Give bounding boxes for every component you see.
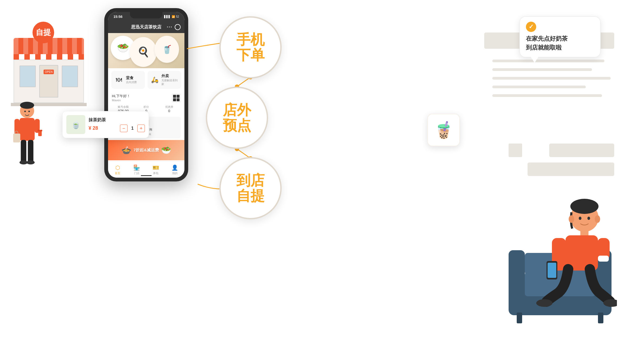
product-name: 抹茶奶茶 [89,117,145,123]
svg-rect-12 [13,134,20,142]
home-nav-label: 首页 [115,171,120,175]
svg-point-39 [569,215,574,223]
me-nav-label: 我的 [172,171,178,175]
wifi-icon: 📶 [172,15,175,18]
delivery-subtitle: 无接触送喜到家 [161,79,178,86]
store-nav-icon: 🏪 [133,164,140,171]
dine-in-title: 堂食 [126,76,137,80]
signal-icon: ▋▋▋ [164,15,171,18]
svg-point-10 [19,160,28,164]
person-left-illustration [11,101,43,177]
store-illustration: 自提 OPEN [5,22,92,106]
quantity-control: − 1 + [120,125,145,132]
store-door: OPEN [39,65,58,97]
svg-point-13 [24,110,26,112]
phone-outer-frame: 15:56 ▋▋▋ 📶 52 思迅天店茶饮店 ··· 🥗 🍳 [104,8,188,181]
svg-point-14 [28,110,30,112]
svg-rect-20 [509,250,525,294]
right-illustration: ✓ 在家先点好奶茶 到店就能取啦 🧋 [400,0,644,345]
svg-point-1 [20,102,34,109]
coupon-label: 优惠券 [158,105,181,109]
promo-food-icon2: 🥗 [161,145,171,155]
bubble-tail [531,57,538,63]
product-card-overlay: 🍵 抹茶奶茶 ¥ 28 − 1 + [62,111,149,138]
svg-point-38 [587,217,590,220]
svg-rect-2 [19,118,35,141]
qty-decrease-button[interactable]: − [120,125,128,132]
bg-line-4 [492,86,586,88]
bubble-checkmark-icon: ✓ [526,22,536,32]
speech-bubble: ✓ 在家先点好奶茶 到店就能取啦 [519,16,601,57]
bg-line-2 [492,68,592,71]
circle-outside-order: 店外 预点 [206,87,268,149]
sitting-person-illustration [503,174,617,331]
status-time: 15:56 [113,15,122,19]
store-nav-label: 门店 [134,171,139,175]
bg-line-1 [492,60,604,62]
greeting-text: Hi,下午好！ [112,94,130,99]
coupon-value: 0 [158,109,181,113]
food-plate-2: 🍳 [130,37,157,67]
nav-bag[interactable]: 🎫 券包 [146,164,165,175]
qr-code-icon[interactable] [172,94,181,102]
status-icons: ▋▋▋ 📶 52 [164,15,179,18]
svg-rect-25 [598,313,603,323]
nav-home[interactable]: ⬡ 首页 [108,164,127,175]
greeting-section: Hi,下午好！ Maven [108,92,184,104]
bg-line-5 [492,94,602,97]
circle-pickup: 到店 自提 [219,157,282,219]
drink-icon-card: 🧋 [427,114,460,146]
svg-point-27 [570,199,599,214]
svg-rect-34 [598,256,609,262]
coupon-stat: 优惠券 0 [158,105,181,113]
dine-in-icon: 🍽 [114,75,124,85]
svg-point-11 [27,160,35,164]
qty-number: 1 [130,126,135,131]
qr-scan-icon[interactable] [175,24,181,30]
delivery-card[interactable]: 🛵 外卖 无接触送喜到家 [148,71,181,89]
circle-mobile-order: 手机 下单 [219,16,282,79]
circle-outside-order-label: 店外 预点 [223,102,251,133]
bg-small-rect [509,144,522,157]
self-pickup-label: 自提 [32,22,54,43]
circle-mobile-order-label: 手机 下单 [236,32,265,63]
food-plate-3: 🥤 [155,36,179,63]
app-header: 思迅天店茶饮店 ··· [108,21,184,33]
promo-text: 7折起&减运费 [134,148,159,153]
phone-screen: 15:56 ▋▋▋ 📶 52 思迅天店茶饮店 ··· 🥗 🍳 [108,12,184,178]
battery-indicator: 52 [176,15,179,18]
bg-decorative-lines [492,60,617,103]
store-front: OPEN [14,60,84,103]
circle-pickup-label: 到店 自提 [236,173,265,204]
nav-indicator [141,175,152,176]
svg-rect-32 [548,263,556,278]
promo-food-icon: 🍲 [121,145,131,155]
bag-nav-icon: 🎫 [152,164,159,171]
bg-rect-mid [549,144,614,157]
svg-point-40 [595,215,600,223]
bag-nav-label: 券包 [153,171,158,175]
bubble-text: 在家先点好奶茶 到店就能取啦 [526,34,594,52]
phone-mockup: 15:56 ▋▋▋ 📶 52 思迅天店茶饮店 ··· 🥗 🍳 [100,8,192,181]
drink-icon: 🧋 [434,121,454,140]
bottom-navigation: ⬡ 首页 🏪 门店 🎫 券包 👤 我的 [108,161,184,178]
points-label: 积分 [135,105,158,109]
app-title: 思迅天店茶饮店 [131,24,161,30]
store-building: OPEN [5,38,92,106]
qty-increase-button[interactable]: + [137,125,145,132]
home-nav-icon: ⬡ [115,164,120,171]
bg-rect-bottom [528,162,614,176]
store-window-right [62,66,78,87]
nav-me[interactable]: 👤 我的 [165,164,185,175]
promo-banner: 🍲 7折起&减运费 🥗 [108,140,184,160]
dine-in-card[interactable]: 🍽 堂食 店内消费 [111,71,145,89]
me-nav-icon: 👤 [171,164,178,171]
product-image: 🍵 [66,115,85,134]
product-price: ¥ 28 [89,125,98,131]
delivery-title: 外卖 [161,74,178,79]
phone-notch [130,12,162,18]
nav-store[interactable]: 🏪 门店 [127,164,147,175]
more-options-icon[interactable]: ··· [167,24,173,30]
svg-point-37 [579,217,581,220]
store-window-left [19,66,36,87]
